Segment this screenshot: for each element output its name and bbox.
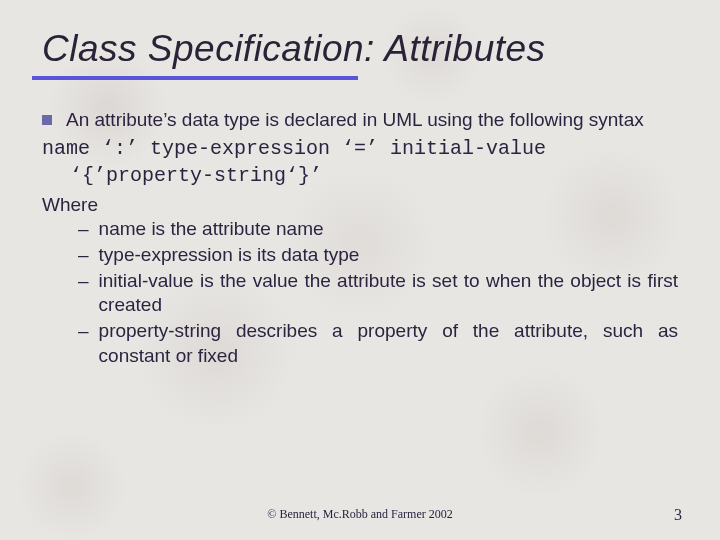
list-item: – type-expression is its data type [78, 243, 678, 268]
where-text-1: name is the attribute name [99, 217, 678, 242]
list-item: – property-string describes a property o… [78, 319, 678, 368]
where-text-2: type-expression is its data type [99, 243, 678, 268]
bullet-row: An attribute’s data type is declared in … [42, 108, 678, 133]
title-underline [32, 76, 358, 80]
syntax-block: name ‘:’ type-expression ‘=’ initial-val… [42, 135, 678, 189]
copyright-footer: © Bennett, Mc.Robb and Farmer 2002 [0, 507, 720, 522]
dash-icon: – [78, 269, 89, 294]
dash-icon: – [78, 243, 89, 268]
where-heading: Where [42, 193, 678, 218]
where-list: – name is the attribute name – type-expr… [78, 217, 678, 368]
slide-body: An attribute’s data type is declared in … [42, 108, 678, 369]
dash-icon: – [78, 319, 89, 344]
slide: Class Specification: Attributes An attri… [0, 0, 720, 540]
where-text-4: property-string describes a property of … [99, 319, 678, 368]
syntax-line-2: ‘{’property-string‘}’ [42, 162, 678, 189]
where-text-3: initial-value is the value the attribute… [99, 269, 678, 318]
dash-icon: – [78, 217, 89, 242]
list-item: – name is the attribute name [78, 217, 678, 242]
square-bullet-icon [42, 115, 52, 125]
intro-text: An attribute’s data type is declared in … [66, 108, 678, 133]
list-item: – initial-value is the value the attribu… [78, 269, 678, 318]
syntax-line-1: name ‘:’ type-expression ‘=’ initial-val… [42, 137, 546, 160]
slide-title: Class Specification: Attributes [42, 28, 678, 70]
page-number: 3 [674, 506, 682, 524]
